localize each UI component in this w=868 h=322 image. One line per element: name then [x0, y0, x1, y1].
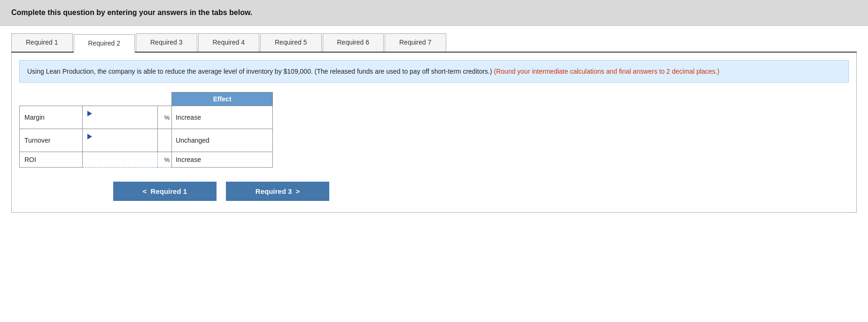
tab-req3[interactable]: Required 3 [136, 33, 197, 52]
next-button[interactable]: Required 3 > [226, 182, 329, 201]
effect-cell-margin: Increase [172, 106, 273, 129]
tab-req7[interactable]: Required 7 [385, 33, 446, 52]
header-bar: Complete this question by entering your … [0, 0, 868, 26]
tab-req4[interactable]: Required 4 [198, 33, 260, 52]
percent-label-turnover [158, 129, 172, 152]
info-main-text: Using Lean Production, the company is ab… [27, 68, 492, 75]
prev-button[interactable]: < Required 1 [113, 182, 217, 201]
tab-req1[interactable]: Required 1 [11, 33, 73, 52]
info-highlight-text: (Round your intermediate calculations an… [494, 68, 720, 75]
page-wrapper: Complete this question by entering your … [0, 0, 868, 322]
tabs-row: Required 1Required 2Required 3Required 4… [11, 33, 857, 53]
instruction-text: Complete this question by entering your … [11, 8, 252, 16]
button-row: < Required 1 Required 3 > [19, 182, 849, 201]
effect-cell-turnover: Unchanged [172, 129, 273, 152]
input-field-margin[interactable] [87, 116, 153, 126]
input-field-roi[interactable] [87, 155, 153, 164]
next-label: Required 3 [256, 187, 292, 195]
percent-label-margin: % [158, 106, 172, 129]
tab-req6[interactable]: Required 6 [323, 33, 384, 52]
effect-cell-roi: Increase [172, 152, 273, 168]
prev-label: Required 1 [151, 187, 187, 195]
data-table: Effect Margin%IncreaseTurnoverUnchangedR… [19, 92, 273, 168]
table-row: Margin%Increase [20, 106, 273, 129]
percent-label-roi: % [158, 152, 172, 168]
info-box: Using Lean Production, the company is ab… [19, 60, 849, 83]
table-col-percent-header [158, 92, 172, 106]
row-label-turnover: Turnover [20, 129, 83, 152]
table-col-label-header [20, 92, 83, 106]
row-label-roi: ROI [20, 152, 83, 168]
table-row: TurnoverUnchanged [20, 129, 273, 152]
table-row: ROI%Increase [20, 152, 273, 168]
tab-req5[interactable]: Required 5 [260, 33, 322, 52]
effect-column-header: Effect [172, 92, 273, 106]
input-cell-roi[interactable] [83, 152, 158, 168]
arrow-icon [87, 111, 92, 116]
content-area: Using Lean Production, the company is ab… [11, 53, 857, 213]
tab-req2[interactable]: Required 2 [74, 34, 135, 53]
prev-icon: < [143, 187, 147, 195]
input-field-turnover[interactable] [87, 139, 153, 149]
table-col-input-header [83, 92, 158, 106]
row-label-margin: Margin [20, 106, 83, 129]
arrow-icon [87, 134, 92, 139]
next-icon: > [295, 187, 300, 195]
input-cell-margin[interactable] [83, 106, 158, 129]
input-cell-turnover[interactable] [83, 129, 158, 152]
